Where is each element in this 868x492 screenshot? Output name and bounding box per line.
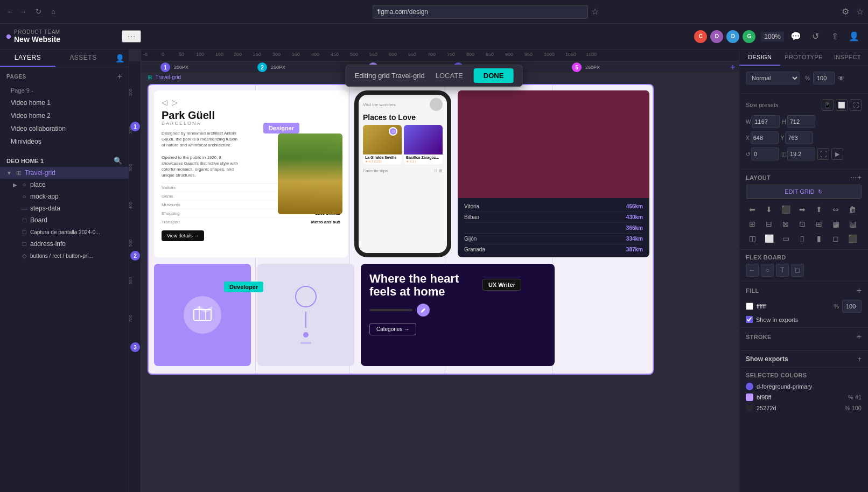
grid-icon-2[interactable]: ⊟ <box>762 217 775 230</box>
opacity-input[interactable] <box>813 72 835 85</box>
purple-card-fixed[interactable] <box>154 264 251 366</box>
refresh-button[interactable]: ↻ <box>32 6 44 18</box>
layer-steps-data[interactable]: ▶ — steps-data <box>0 202 129 214</box>
preset-tablet-icon[interactable]: ⬜ <box>836 99 848 111</box>
add-column-button[interactable]: + <box>727 61 739 73</box>
align-distribute-h-icon[interactable]: ⇔ <box>829 203 842 216</box>
star-button[interactable]: ☆ <box>856 6 864 17</box>
align-left-icon[interactable]: ⬅ <box>746 203 759 216</box>
sc-swatch-3[interactable] <box>746 404 753 412</box>
align-right-icon[interactable]: ➡ <box>796 203 809 216</box>
corner-label: ◫ <box>781 151 786 157</box>
stroke-add-button[interactable]: + <box>857 332 862 342</box>
layout-icon-g[interactable]: ⬛ <box>846 232 859 245</box>
travel-grid-frame[interactable]: ◁ ▷ Park Güell BARCELONA Designed by ren… <box>148 84 654 375</box>
layers-search-button[interactable]: 🔍 <box>114 157 122 165</box>
layout-icon-b[interactable]: ⬜ <box>762 232 775 245</box>
url-input[interactable] <box>373 5 588 19</box>
park-guell-card[interactable]: ◁ ▷ Park Güell BARCELONA Designed by ren… <box>154 90 348 257</box>
grid-icon-3[interactable]: ⊠ <box>779 217 792 230</box>
share-button[interactable]: ⇧ <box>827 29 842 44</box>
grid-icon-7[interactable]: ▤ <box>846 217 859 230</box>
grid-icon-6[interactable]: ▦ <box>829 217 842 230</box>
pages-add-button[interactable]: + <box>117 72 122 81</box>
left-panel-more[interactable]: 👤 <box>111 50 129 67</box>
align-top-icon[interactable]: ⬆ <box>813 203 825 216</box>
rotation-input[interactable] <box>751 147 779 160</box>
show-in-exports-checkbox[interactable] <box>746 316 753 323</box>
layer-buttons[interactable]: ▶ ◇ buttons / rect / button-pri... <box>0 250 129 262</box>
grid-icon-4[interactable]: ⊡ <box>796 217 809 230</box>
map-card[interactable] <box>257 264 354 366</box>
height-input[interactable] <box>787 115 815 128</box>
view-details-button[interactable]: View details → <box>162 230 204 241</box>
zoom-level[interactable]: 100% <box>761 32 784 41</box>
done-button[interactable]: DONE <box>474 68 514 83</box>
flex-icon-corner[interactable]: ◻ <box>791 264 804 277</box>
dark-heart-card[interactable]: Where the heartfeels at home Categories … <box>361 264 555 366</box>
layout-opt-1[interactable]: ⋯ <box>850 174 857 181</box>
layer-place[interactable]: ▶ ○ place <box>0 179 129 191</box>
width-input[interactable] <box>752 115 780 128</box>
layout-icon-c[interactable]: ▭ <box>779 232 792 245</box>
x-input[interactable] <box>751 131 779 144</box>
layer-address-info[interactable]: ▶ □ address-info <box>0 238 129 250</box>
page-item-video-home-2[interactable]: Video home 2 <box>6 109 122 122</box>
layer-mock-app[interactable]: ▶ ○ mock-app <box>0 191 129 202</box>
frame-expand-icon[interactable]: ⛶ <box>817 148 829 160</box>
bookmark-button[interactable]: ☆ <box>591 6 599 17</box>
tab-assets[interactable]: ASSETS <box>55 50 111 67</box>
corner-input[interactable] <box>787 147 815 160</box>
page-item-video-home-1[interactable]: Video home 1 <box>6 96 122 109</box>
flex-icon-circle[interactable]: ○ <box>761 264 774 277</box>
layout-opt-2[interactable]: + <box>858 174 862 181</box>
sc-swatch-1[interactable] <box>746 383 753 390</box>
layout-icon-d[interactable]: ▯ <box>796 232 809 245</box>
frame-play-icon[interactable]: ▶ <box>831 148 843 160</box>
city-list-card[interactable]: Vitoria 456km Bilbao 430km 366km Gijó <box>458 90 649 257</box>
layout-icon-a[interactable]: ◫ <box>746 232 759 245</box>
layer-board[interactable]: ▶ □ Board <box>0 214 129 226</box>
align-down-icon[interactable]: ⬇ <box>762 203 775 216</box>
layer-travel-grid[interactable]: ▼ ⊞ Travel-grid <box>0 167 129 179</box>
flex-icon-text[interactable]: T <box>776 264 789 277</box>
app-bar: PRODUCT TEAM New Website ⋯ C D D G 100% … <box>0 24 868 50</box>
align-center-v-icon[interactable]: ⬛ <box>779 203 792 216</box>
user-add-button[interactable]: 👤 <box>846 29 862 44</box>
blend-mode-select[interactable]: Normal <box>746 72 800 85</box>
grid-icon-1[interactable]: ⊞ <box>746 217 759 230</box>
page-item-page9[interactable]: Page 9 - <box>6 85 122 96</box>
show-exports-section[interactable]: Show exports + <box>739 351 868 368</box>
page-item-minivideos[interactable]: Minivideos <box>6 135 122 148</box>
fill-add-button[interactable]: + <box>857 286 862 296</box>
categories-button[interactable]: Categories → <box>369 323 416 335</box>
comment-button[interactable]: 💬 <box>788 29 803 44</box>
forward-button[interactable]: → <box>17 6 29 18</box>
layout-icon-e[interactable]: ▮ <box>813 232 825 245</box>
layer-captura[interactable]: ▶ □ Captura de pantalla 2024-0... <box>0 226 129 238</box>
trash-icon[interactable]: 🗑 <box>846 203 859 216</box>
sc-swatch-2[interactable] <box>746 393 753 401</box>
page-item-video-collaboration[interactable]: Video collaboration <box>6 122 122 135</box>
fill-opacity-input[interactable] <box>842 300 862 313</box>
extensions-button[interactable]: ⚙ <box>838 4 853 19</box>
tab-design[interactable]: DESIGN <box>739 50 780 66</box>
locate-button[interactable]: LOCATE <box>429 69 470 82</box>
preset-phone-icon[interactable]: 📱 <box>822 99 834 111</box>
fill-color-swatch[interactable] <box>746 303 753 310</box>
edit-grid-button[interactable]: EDIT GRID ↻ <box>746 185 862 199</box>
visibility-toggle[interactable]: 👁 <box>838 74 845 82</box>
back-button[interactable]: ← <box>4 6 16 18</box>
preset-expand-icon[interactable]: ⛶ <box>850 99 862 111</box>
tab-layers[interactable]: LAYERS <box>0 50 55 67</box>
flex-icon-arrow-left[interactable]: ← <box>746 264 759 277</box>
tab-prototype[interactable]: PROTOTYPE <box>780 50 827 66</box>
grid-icon-5[interactable]: ⊞ <box>813 217 825 230</box>
y-input[interactable] <box>785 131 813 144</box>
home-button[interactable]: ⌂ <box>47 6 59 18</box>
layout-icon-f[interactable]: ◻ <box>829 232 842 245</box>
tab-inspect[interactable]: INSPECT <box>827 50 868 66</box>
app-more-button[interactable]: ⋯ <box>122 30 141 43</box>
col-2-size: 250PX <box>271 65 285 70</box>
history-button[interactable]: ↺ <box>808 29 823 44</box>
